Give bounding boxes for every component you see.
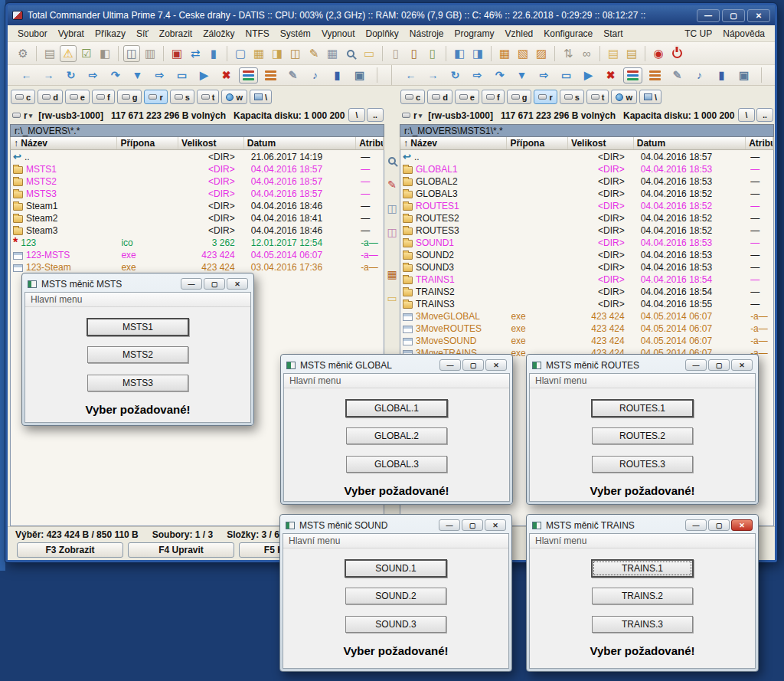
screen-swap-icon[interactable]: ◨ xyxy=(469,45,486,62)
media-player-icon[interactable]: ♪ xyxy=(305,67,325,83)
menu-zobrazit[interactable]: Zobrazit xyxy=(154,27,198,41)
panel-layout-icon[interactable]: ▤ xyxy=(41,45,58,62)
dialog-close-button[interactable]: ✕ xyxy=(485,359,507,371)
current-path-bar[interactable]: r:\_MOVERS\MSTS1\*.* xyxy=(400,124,774,137)
dialog-maximize-button[interactable]: ▢ xyxy=(708,359,730,371)
menu-z-lo-ky[interactable]: Záložky xyxy=(198,27,240,41)
clipboard-copy-icon[interactable]: ▯ xyxy=(406,45,423,62)
drive-button-e[interactable]: e xyxy=(455,90,479,104)
filter-icon[interactable]: ▼ xyxy=(128,67,147,83)
pack-files-icon[interactable]: ▦ xyxy=(384,267,400,282)
menu-p-kazy[interactable]: Příkazy xyxy=(90,27,131,41)
view-file-icon[interactable] xyxy=(384,153,400,169)
options-gear-icon[interactable]: ⚙ xyxy=(15,45,31,62)
maximize-panel-icon[interactable]: ▭ xyxy=(172,67,191,83)
dialog-menu-hlavni-menu[interactable]: Hlavní menu xyxy=(530,534,755,548)
briefcase-icon[interactable]: ▣ xyxy=(168,45,185,62)
file-row[interactable]: Steam2<DIR>04.04.2016 18:41— xyxy=(11,212,384,224)
drive-button-t[interactable]: t xyxy=(197,90,220,104)
menu-programy[interactable]: Programy xyxy=(449,27,500,41)
colored-list-icon[interactable] xyxy=(239,67,258,83)
dialog-button-sound-2[interactable]: SOUND.2 xyxy=(345,588,446,604)
run-icon[interactable]: ▶ xyxy=(579,67,598,83)
menu-n-pov-da[interactable]: Nápověda xyxy=(717,27,770,41)
record-icon[interactable]: ◉ xyxy=(650,45,667,62)
drive-button-f[interactable]: f xyxy=(482,90,505,104)
menu-soubor[interactable]: Soubor xyxy=(12,27,53,41)
maximize-panel-icon[interactable]: ▭ xyxy=(557,67,576,83)
file-row[interactable]: TRAINS1<DIR>04.04.2016 18:54— xyxy=(400,273,773,286)
column-header-p-pona[interactable]: Přípona xyxy=(507,137,568,149)
menu-konfigurace[interactable]: Konfigurace xyxy=(538,27,598,41)
dialog-button-global-1[interactable]: GLOBAL.1 xyxy=(345,399,448,417)
fkey-button-f3[interactable]: F3 Zobrazit xyxy=(17,542,123,558)
dialog-button-routes-2[interactable]: ROUTES.2 xyxy=(592,427,693,444)
file-row[interactable]: GLOBAL1<DIR>04.04.2016 18:53— xyxy=(400,163,773,175)
next-dir-icon[interactable]: ⇨ xyxy=(150,67,169,83)
dialog-maximize-button[interactable]: ▢ xyxy=(462,519,483,531)
fkey-button-f4[interactable]: F4 Upravit xyxy=(128,542,234,558)
parent-dir-button[interactable]: .. xyxy=(367,108,384,122)
clipboard-cut-icon[interactable]: ▯ xyxy=(387,45,404,62)
file-row[interactable]: SOUND3<DIR>04.04.2016 18:53— xyxy=(400,261,773,273)
drive-button-f[interactable]: f xyxy=(92,90,115,104)
back-icon[interactable]: ← xyxy=(401,67,420,83)
current-path-bar[interactable]: r:\_MOVERS\*.* xyxy=(10,124,384,137)
filter-icon[interactable]: ▼ xyxy=(512,67,531,83)
dialog-menu-hlavni-menu[interactable]: Hlavní menu xyxy=(283,534,508,548)
drive-button-r[interactable]: r xyxy=(534,90,557,104)
power-icon[interactable] xyxy=(668,45,685,62)
test-archive-icon[interactable]: ▨ xyxy=(533,45,550,62)
file-row[interactable]: ROUTES1<DIR>04.04.2016 18:52— xyxy=(400,200,773,212)
close-button[interactable]: ✕ xyxy=(747,9,770,22)
dialog-button-global-3[interactable]: GLOBAL.3 xyxy=(346,456,447,473)
column-header-atributy[interactable]: Atributy xyxy=(356,137,384,149)
ftp-connect-icon[interactable]: ⇅ xyxy=(560,45,577,62)
dialog-button-msts3[interactable]: MSTS3 xyxy=(87,375,188,391)
dialog-minimize-button[interactable]: — xyxy=(439,359,461,371)
goto-dir-icon[interactable]: ⇨ xyxy=(83,67,103,83)
menu-n-stroje[interactable]: Nástroje xyxy=(404,27,449,41)
file-row[interactable]: *123ico3 26212.01.2017 12:54-a— xyxy=(11,237,384,249)
file-row[interactable]: 3MoveSOUNDexe423 42404.05.2014 06:07-a— xyxy=(400,335,773,347)
file-row[interactable]: ↩..<DIR>21.06.2017 14:19— xyxy=(11,151,384,163)
dialog-button-trains-1[interactable]: TRAINS.1 xyxy=(591,559,694,578)
column-header-p-pona[interactable]: Přípona xyxy=(117,137,178,149)
sync-dirs-icon[interactable]: ⇄ xyxy=(187,45,204,62)
drive-tool-icon[interactable]: ▮ xyxy=(712,67,731,83)
options-list-icon[interactable] xyxy=(645,67,665,83)
drive-button-w[interactable]: w xyxy=(221,90,247,104)
minimize-button[interactable]: — xyxy=(697,9,720,22)
menu-tc-up[interactable]: TC UP xyxy=(679,27,717,41)
dialog-menu-hlavni-menu[interactable]: Hlavní menu xyxy=(284,374,509,388)
file-row[interactable]: MSTS1<DIR>04.04.2016 18:57— xyxy=(11,163,384,175)
column-header-n-zev[interactable]: ↑ Název xyxy=(400,137,507,149)
drive-button-network[interactable]: \ xyxy=(639,90,662,104)
menu-vypnout[interactable]: Vypnout xyxy=(316,27,361,41)
file-row[interactable]: ROUTES3<DIR>04.04.2016 18:52— xyxy=(400,224,773,237)
column-header-datum[interactable]: Datum xyxy=(634,137,746,149)
drive-button-s[interactable]: s xyxy=(170,90,194,104)
restore-tabs-icon[interactable]: ▤ xyxy=(605,45,622,62)
menu-start[interactable]: Start xyxy=(598,27,628,41)
copy-files-icon[interactable]: ◫ xyxy=(384,201,400,216)
dual-panels-icon[interactable]: ◫ xyxy=(123,45,140,62)
menu-vzhled[interactable]: Vzhled xyxy=(500,27,539,41)
move-files-icon[interactable]: ◫ xyxy=(384,224,400,240)
run-icon[interactable]: ▶ xyxy=(194,67,214,83)
file-row[interactable]: GLOBAL3<DIR>04.04.2016 18:52— xyxy=(400,188,773,200)
menu-syst-m[interactable]: Systém xyxy=(275,27,316,41)
goto-dir-icon[interactable]: ⇨ xyxy=(468,67,487,83)
dialog-button-global-2[interactable]: GLOBAL.2 xyxy=(346,427,447,444)
file-row[interactable]: Steam1<DIR>04.04.2016 18:46— xyxy=(11,200,384,212)
column-header-velikost[interactable]: Velikost xyxy=(178,137,244,149)
current-drive-letter[interactable]: r xyxy=(24,110,28,121)
root-dir-button[interactable]: \ xyxy=(738,108,755,122)
notes-icon[interactable]: ✎ xyxy=(283,67,302,83)
dialog-close-button[interactable]: ✕ xyxy=(485,519,506,531)
dialog-button-msts2[interactable]: MSTS2 xyxy=(87,346,188,363)
maximize-button[interactable]: ▢ xyxy=(722,9,745,22)
drive-button-g[interactable]: g xyxy=(117,90,142,104)
redo-icon[interactable]: ↷ xyxy=(106,67,125,83)
cancel-icon[interactable]: ✖ xyxy=(601,67,620,83)
